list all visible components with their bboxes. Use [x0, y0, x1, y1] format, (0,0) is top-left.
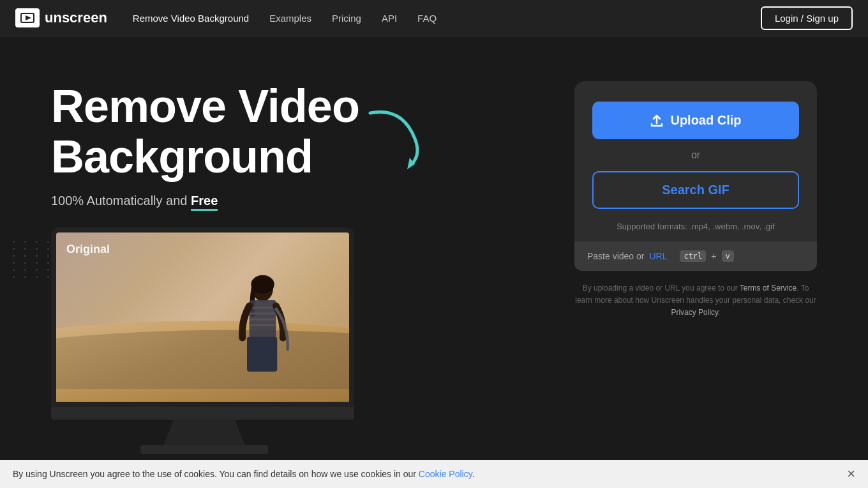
hero-title-line2: Background: [51, 131, 313, 182]
hero-section: Remove Video Background 100% Automatical…: [0, 36, 868, 480]
search-gif-button[interactable]: Search GIF: [592, 171, 799, 209]
upload-btn-label: Upload Clip: [670, 113, 741, 128]
svg-marker-1: [26, 15, 31, 20]
navbar: unscreen Remove Video Background Example…: [0, 0, 868, 36]
monitor-screen-container: Original: [51, 227, 354, 407]
plus-symbol: +: [711, 251, 716, 261]
terms-text-3: .: [718, 308, 720, 317]
terms-of-service-link[interactable]: Terms of Service: [740, 284, 797, 293]
cookie-policy-link[interactable]: Cookie Policy: [419, 469, 472, 479]
cookie-text: By using Unscreen you agree to the use o…: [13, 469, 475, 479]
terms-text-1: By uploading a video or URL you agree to…: [583, 284, 740, 293]
person-silhouette: [221, 274, 298, 402]
logo-text: unscreen: [45, 10, 107, 26]
nav-examples[interactable]: Examples: [269, 13, 311, 24]
monitor-bezel: [51, 407, 354, 420]
logo-icon: [15, 8, 40, 27]
nav-pricing[interactable]: Pricing: [332, 13, 361, 24]
or-divider: or: [592, 149, 799, 161]
paste-bar: Paste video or URL ctrl + v: [574, 241, 817, 271]
hero-left: Remove Video Background 100% Automatical…: [51, 75, 549, 454]
ctrl-key: ctrl: [680, 250, 706, 262]
login-signup-button[interactable]: Login / Sign up: [761, 6, 853, 30]
url-link[interactable]: URL: [650, 251, 668, 261]
upload-clip-button[interactable]: Upload Clip: [592, 102, 799, 139]
privacy-policy-link[interactable]: Privacy Policy: [671, 308, 718, 317]
monitor-stand: [153, 420, 255, 445]
cookie-banner: By using Unscreen you agree to the use o…: [0, 460, 868, 488]
nav-links: Remove Video Background Examples Pricing…: [133, 13, 761, 24]
subtitle-static: 100% Automatically and: [51, 194, 191, 208]
upload-icon: [650, 114, 664, 128]
nav-faq[interactable]: FAQ: [417, 13, 437, 24]
logo-link[interactable]: unscreen: [15, 8, 107, 27]
arrow-decoration: [364, 100, 440, 177]
hero-title-line1: Remove Video: [51, 80, 359, 132]
monitor-mockup: Original: [51, 227, 357, 454]
subtitle-free: Free: [191, 194, 218, 211]
nav-api[interactable]: API: [382, 13, 397, 24]
nav-remove-video[interactable]: Remove Video Background: [133, 13, 249, 24]
svg-rect-10: [247, 337, 277, 372]
formats-text: Supported formats: .mp4, .webm, .mov, .g…: [592, 222, 799, 231]
cookie-close-button[interactable]: ×: [847, 466, 855, 482]
original-label: Original: [66, 243, 110, 256]
monitor-base: [140, 445, 268, 454]
terms-text: By uploading a video or URL you agree to…: [574, 282, 817, 319]
hero-subtitle: 100% Automatically and Free: [51, 194, 549, 208]
paste-label: Paste video or: [587, 251, 645, 261]
hero-right: Upload Clip or Search GIF Supported form…: [574, 81, 817, 319]
upload-card: Upload Clip or Search GIF Supported form…: [574, 81, 817, 271]
monitor-screen: Original: [56, 233, 349, 402]
v-key: v: [722, 250, 734, 262]
